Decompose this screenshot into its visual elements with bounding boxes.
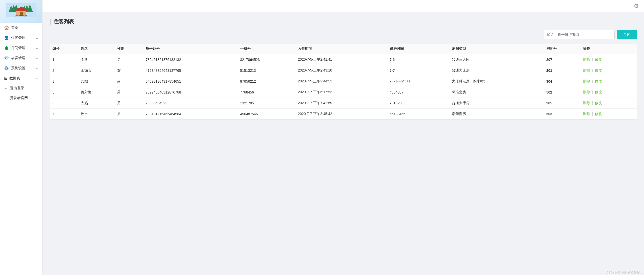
nav-home[interactable]: 🏠 首页 [0,23,42,33]
cell-phone: 456487546 [238,109,295,120]
col-roomtype: 房间类型 [449,43,544,54]
nav-logout[interactable]: ← 退出登录 [0,83,42,93]
settings-icon: ⚙️ [4,66,9,71]
cell-checkout: 2318798 [387,98,449,109]
chevron-up-icon-5: ▲ [36,77,38,80]
cell-name: 李斯 [78,54,115,65]
main-content: ⚙ 住客列表 查询 编号 姓名 性别 身份证号 手机号 [43,0,644,275]
cell-room_type: 普通大床房 [449,65,544,76]
action-modify[interactable]: 修改 [595,90,602,94]
cell-room-no: 201 [544,65,580,76]
cell-phone: 7768456 [238,87,295,98]
cell-phone: 3217864523 [238,54,295,65]
cell-checkin: 2020-7-7-下午6:17:53 [295,87,387,98]
table-row: 6太热男7856545452313217852020-7-7-下午7:42:59… [50,98,637,109]
table-icon: ⊞ [4,76,7,81]
action-delete[interactable]: 删除 [583,68,590,72]
logo-image: WARM HOUSE [6,3,36,17]
action-separator: | [591,90,594,94]
logout-icon: ← [4,86,8,90]
cell-id: 7 [50,109,78,120]
cell-room_type: 标准套房 [449,87,544,98]
cell-room_type: 大床钟点房（四小时） [449,76,544,87]
cell-checkin: 2020-7-5-上午2:43:10 [295,65,387,76]
action-modify[interactable]: 修改 [595,79,602,83]
action-delete[interactable]: 删除 [583,101,590,105]
cell-name: 热土 [78,109,115,120]
action-modify[interactable]: 修改 [595,68,602,72]
chevron-up-icon-4: ▲ [36,67,38,70]
content-area: 住客列表 查询 编号 姓名 性别 身份证号 手机号 入住时间 退房时间 [43,12,644,275]
nav-member-label: 会员管理 [11,56,36,60]
action-delete[interactable]: 删除 [583,57,590,61]
cell-action: 删除 | 修改 [580,76,637,87]
nav-home-label: 首页 [11,26,38,30]
table-row: 7热土男7894312154654645644564875462020-7-7-… [50,109,637,120]
action-separator: | [591,68,594,72]
cell-id: 2 [50,65,78,76]
col-roomno: 房间号 [544,43,580,54]
nav-dev-label: 开发者官网 [10,96,38,100]
nav-guest-mgmt[interactable]: 👤 住客管理 ▲ [0,33,42,43]
cell-checkin: 2020-7-5-上午2:44:53 [295,76,387,87]
guest-table: 编号 姓名 性别 身份证号 手机号 入住时间 退房时间 房间类型 房间号 操作 … [50,43,637,119]
col-name: 姓名 [78,43,115,54]
logo-area: WARM HOUSE [0,0,42,23]
cell-phone: 1321785 [238,98,295,109]
nav-data-table[interactable]: ⊞ 数据表 ▲ [0,73,42,83]
header-row: 编号 姓名 性别 身份证号 手机号 入住时间 退房时间 房间类型 房间号 操作 [50,43,637,54]
page-title: 住客列表 [54,18,74,25]
cell-room-no: 304 [544,76,580,87]
cell-id: 5 [50,87,78,98]
nav-data-label: 数据表 [9,76,36,81]
nav-room-mgmt[interactable]: 🌲 房间管理 ▲ [0,43,42,53]
nav-settings-label: 系统设置 [11,66,36,71]
cell-action: 删除 | 修改 [580,98,637,109]
guest-icon: 👤 [4,35,9,40]
nav-system-settings[interactable]: ⚙️ 系统设置 ▲ [0,63,42,73]
cell-id: 3 [50,76,78,87]
cell-action: 删除 | 修改 [580,109,637,120]
table-header: 编号 姓名 性别 身份证号 手机号 入住时间 退房时间 房间类型 房间号 操作 [50,43,637,54]
top-bar: ⚙ [43,0,644,12]
cell-id_card: 789946546312876768 [143,87,237,98]
nav-developer-site[interactable]: … 开发者官网 [0,93,42,103]
table-row: 5奥尔格男78994654631287676877684562020-7-7-下… [50,87,637,98]
cell-room-no: 205 [544,98,580,109]
watermark: CSDN1c80n0@/a192582d... [607,271,642,274]
nav-member-mgmt[interactable]: 💎 会员管理 ▲ [0,53,42,63]
cell-checkout: 7-6 [387,54,449,65]
action-separator: | [591,101,594,105]
member-icon: 💎 [4,56,9,60]
svg-text:WARM HOUSE: WARM HOUSE [15,15,27,17]
action-delete[interactable]: 删除 [583,112,590,116]
cell-checkin: 2020-7-7-下午8:45:42 [295,109,387,120]
cell-action: 删除 | 修改 [580,65,637,76]
col-gender: 性别 [115,43,143,54]
action-delete[interactable]: 删除 [583,90,590,94]
action-modify[interactable]: 修改 [595,57,602,61]
cell-checkin: 2020-7-5-上午2:41:41 [295,54,387,65]
cell-checkout: 56498456 [387,109,449,120]
table-row: 2王惕若女412348754643137765515132132020-7-5-… [50,65,637,76]
action-modify[interactable]: 修改 [595,101,602,105]
cell-name: 太热 [78,98,115,109]
action-modify[interactable]: 修改 [595,112,602,116]
cell-room_type: 普通三人间 [449,54,544,65]
nav-guest-label: 住客管理 [11,36,36,40]
chevron-up-icon: ▲ [36,36,38,39]
cell-gender: 男 [115,54,143,65]
nav-room-label: 房间管理 [11,46,36,50]
guest-table-wrap: 编号 姓名 性别 身份证号 手机号 入住时间 退房时间 房间类型 房间号 操作 … [50,43,637,120]
action-separator: | [591,57,594,61]
action-delete[interactable]: 删除 [583,79,590,83]
search-input[interactable] [544,30,615,39]
cell-gender: 男 [115,87,143,98]
cell-id_card: 789451321876132132 [143,54,237,65]
search-button[interactable]: 查询 [617,30,637,39]
cell-name: 其勷 [78,76,115,87]
nav-logout-label: 退出登录 [10,86,38,90]
dots-icon: … [4,96,8,100]
sidebar: WARM HOUSE 🏠 首页 👤 住客管理 ▲ 🌲 房间管理 ▲ 💎 会员管理… [0,0,43,275]
settings-gear-icon[interactable]: ⚙ [634,3,639,9]
